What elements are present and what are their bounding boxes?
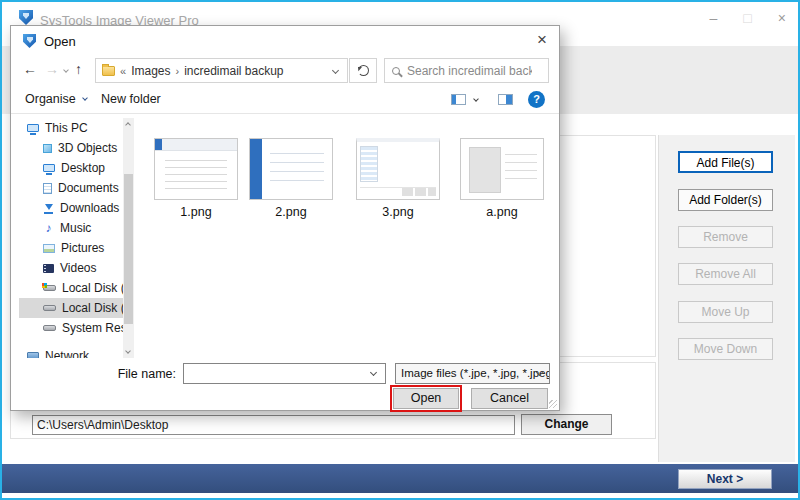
sidebar-item-documents[interactable]: Documents — [19, 178, 123, 198]
desktop-icon — [43, 164, 55, 172]
network-icon — [27, 352, 39, 358]
file-thumbnail — [249, 138, 333, 200]
new-folder-button[interactable]: New folder — [101, 92, 161, 106]
documents-icon — [43, 183, 52, 194]
dialog-toolbar: Organise New folder ? — [11, 88, 559, 113]
dialog-title: Open — [44, 34, 76, 49]
scrollbar-thumb[interactable] — [124, 174, 133, 324]
3d-objects-icon — [43, 144, 52, 153]
history-chevron-icon[interactable] — [63, 67, 69, 73]
refresh-button[interactable] — [349, 58, 377, 83]
move-up-button: Move Up — [678, 301, 773, 323]
file-item-2[interactable]: 2.png — [241, 138, 341, 219]
sidebar-item-system-reserved[interactable]: System Reserved — [19, 318, 123, 338]
search-input[interactable] — [407, 64, 532, 78]
search-box — [384, 58, 549, 83]
file-name-input[interactable] — [183, 363, 386, 384]
file-thumbnail — [356, 138, 440, 200]
folder-tree: This PC 3D Objects Desktop Documents Dow… — [19, 118, 123, 358]
actions-panel — [658, 135, 795, 462]
forward-icon: → — [45, 61, 59, 77]
file-item-a[interactable]: a.png — [452, 138, 552, 219]
remove-all-button: Remove All — [678, 263, 773, 285]
remove-button: Remove — [678, 226, 773, 248]
scroll-up-icon[interactable] — [125, 122, 131, 128]
file-name-label: 3.png — [348, 205, 448, 219]
preview-pane-icon[interactable] — [498, 94, 513, 105]
breadcrumb-prefix: « — [120, 65, 126, 77]
file-item-3[interactable]: 3.png — [348, 138, 448, 219]
dialog-navbar: ← → ↑ « Images › incredimail backup — [11, 56, 559, 86]
file-type-select[interactable]: Image files (*.jpe, *.jpg, *.jpeg, ' — [395, 363, 550, 384]
organise-dropdown-icon — [82, 95, 88, 101]
file-name-label: 1.png — [146, 205, 246, 219]
views-icon[interactable] — [451, 94, 466, 105]
music-icon: ♪ — [43, 222, 54, 234]
address-bar[interactable]: « Images › incredimail backup — [95, 58, 348, 83]
sidebar-item-local-disk-c[interactable]: Local Disk (C:) — [19, 278, 123, 298]
sidebar-item-music[interactable]: ♪ Music — [19, 218, 123, 238]
sidebar-item-pictures[interactable]: Pictures — [19, 238, 123, 258]
sidebar-item-videos[interactable]: Videos — [19, 258, 123, 278]
move-down-button: Move Down — [678, 338, 773, 360]
sidebar-item-downloads[interactable]: Downloads — [19, 198, 123, 218]
dialog-close-icon[interactable]: × — [537, 30, 547, 50]
breadcrumb-separator: › — [175, 65, 179, 77]
address-dropdown-icon[interactable] — [332, 67, 339, 74]
views-dropdown-icon[interactable] — [473, 96, 479, 102]
add-files-button[interactable]: Add File(s) — [678, 151, 773, 173]
app-logo-icon — [19, 10, 33, 25]
sidebar-item-3d-objects[interactable]: 3D Objects — [19, 138, 123, 158]
local-disk-d-icon — [43, 305, 56, 311]
file-item-1[interactable]: 1.png — [146, 138, 246, 219]
minimize-button[interactable]: – — [710, 10, 718, 26]
file-name-field-label: File name: — [71, 367, 176, 381]
file-name-label: a.png — [452, 205, 552, 219]
organise-menu[interactable]: Organise — [25, 92, 87, 106]
organise-label: Organise — [25, 92, 76, 106]
file-name-label: 2.png — [241, 205, 341, 219]
breadcrumb-incredimail-backup[interactable]: incredimail backup — [184, 64, 283, 78]
videos-icon — [43, 264, 54, 273]
change-button[interactable]: Change — [521, 414, 612, 435]
file-thumbnail — [154, 138, 238, 200]
next-button[interactable]: Next > — [678, 469, 772, 489]
destination-path-input[interactable] — [32, 415, 515, 435]
pictures-icon — [43, 244, 55, 253]
dialog-logo-icon — [23, 34, 36, 48]
folder-icon — [102, 66, 115, 76]
open-dialog: Open × ← → ↑ « Images › incredimail back… — [10, 25, 560, 411]
close-button[interactable]: × — [778, 10, 786, 26]
breadcrumb-images[interactable]: Images — [131, 64, 170, 78]
scroll-down-icon[interactable] — [125, 348, 131, 354]
sidebar-item-desktop[interactable]: Desktop — [19, 158, 123, 178]
sidebar-item-network[interactable]: Network — [19, 346, 123, 358]
tree-scrollbar[interactable] — [123, 118, 134, 358]
back-icon[interactable]: ← — [23, 61, 37, 77]
file-thumbnail — [460, 138, 544, 200]
resize-grip[interactable] — [549, 400, 557, 408]
system-reserved-icon — [43, 325, 56, 331]
up-icon[interactable]: ↑ — [75, 61, 82, 77]
cancel-button[interactable]: Cancel — [471, 388, 548, 409]
sidebar-item-this-pc[interactable]: This PC — [19, 118, 123, 138]
help-icon[interactable]: ? — [528, 91, 545, 108]
local-disk-c-icon — [43, 285, 56, 291]
sidebar-item-local-disk-d[interactable]: Local Disk (D:) — [19, 298, 123, 318]
this-pc-icon — [27, 124, 39, 132]
add-folders-button[interactable]: Add Folder(s) — [678, 189, 773, 211]
downloads-icon — [43, 203, 54, 214]
refresh-icon — [358, 65, 369, 76]
toolbar-divider — [11, 113, 559, 114]
search-icon — [392, 67, 400, 75]
open-button[interactable]: Open — [393, 388, 459, 409]
maximize-button[interactable]: □ — [743, 10, 751, 26]
